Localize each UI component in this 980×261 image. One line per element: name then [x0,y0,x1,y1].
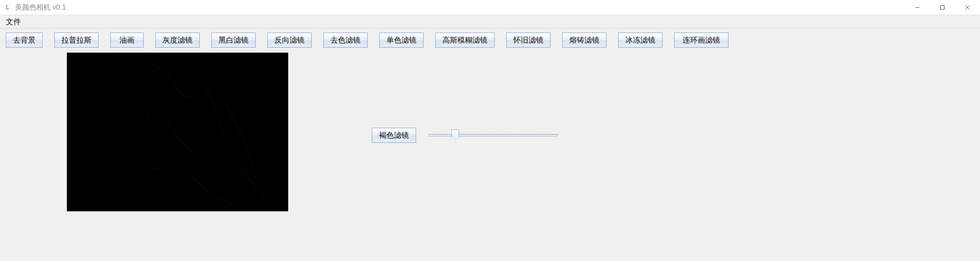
grayscale-filter-button[interactable]: 灰度滤镜 [155,33,200,48]
svg-rect-1 [941,5,944,9]
menubar: 文件 [0,15,980,28]
titlebar: 美颜色相机 v0.1 [0,0,980,15]
window-controls [905,0,980,15]
sepia-filter-button[interactable]: 褐色滤镜 [372,128,416,143]
comic-filter-button[interactable]: 连环画滤镜 [674,33,729,48]
menu-file[interactable]: 文件 [3,16,23,28]
secondary-controls: 褐色滤镜 [372,128,558,143]
image-preview-panel [67,53,288,211]
oil-painting-button[interactable]: 油画 [110,33,144,48]
maximize-button[interactable] [930,0,955,15]
intensity-slider[interactable] [429,130,558,140]
gaussian-blur-filter-button[interactable]: 高斯模糊滤镜 [435,33,495,48]
minimize-button[interactable] [905,0,930,15]
titlebar-left: 美颜色相机 v0.1 [3,3,66,12]
slider-thumb[interactable] [452,129,459,140]
laplacian-button[interactable]: 拉普拉斯 [54,33,99,48]
filter-toolbar: 去背景 拉普拉斯 油画 灰度滤镜 黑白滤镜 反向滤镜 去色滤镜 单色滤镜 高斯模… [0,28,980,50]
monochrome-filter-button[interactable]: 单色滤镜 [379,33,424,48]
close-button[interactable] [955,0,980,15]
casting-filter-button[interactable]: 熔铸滤镜 [562,33,607,48]
desaturate-filter-button[interactable]: 去色滤镜 [323,33,368,48]
processed-image [67,53,288,211]
nostalgic-filter-button[interactable]: 怀旧滤镜 [506,33,551,48]
window-title: 美颜色相机 v0.1 [15,3,66,12]
remove-background-button[interactable]: 去背景 [6,33,43,48]
freeze-filter-button[interactable]: 冰冻滤镜 [618,33,663,48]
java-app-icon [3,3,12,12]
content-area: 褐色滤镜 [0,53,980,261]
invert-filter-button[interactable]: 反向滤镜 [267,33,312,48]
slider-track [429,134,558,137]
black-white-filter-button[interactable]: 黑白滤镜 [211,33,256,48]
